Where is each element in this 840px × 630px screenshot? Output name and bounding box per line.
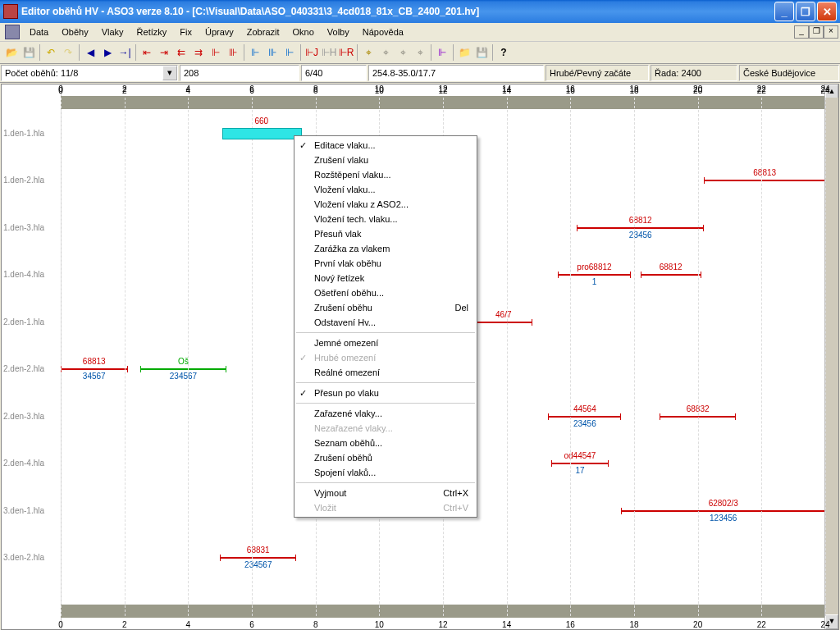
tool-icon[interactable]: ⇤ (139, 44, 155, 61)
train-bar[interactable] (475, 322, 532, 323)
context-menu-item[interactable]: Zrušení vlaku (294, 153, 477, 167)
menu-item[interactable]: Okno (286, 25, 321, 39)
tick-label: 22 (757, 620, 766, 629)
row-label: 3.den-1.hla (3, 506, 44, 515)
menu-item[interactable]: Nápověda (356, 25, 410, 39)
context-menu-item[interactable]: Přesuň vlak (294, 226, 477, 241)
context-menu-item[interactable]: Zrušení oběhuDel (294, 300, 477, 315)
window-buttons: _ ❐ ✕ (774, 2, 837, 21)
tool-icon[interactable]: ⊩ (208, 44, 224, 61)
context-menu: ✓Editace vlaku...Zrušení vlakuRozštěpení… (294, 135, 477, 518)
menu-item[interactable]: Oběhy (55, 25, 94, 39)
mdi-min-button[interactable]: _ (794, 25, 809, 39)
mdi-close-button[interactable]: × (824, 25, 838, 39)
menu-item-label: Zrušení oběhu (314, 303, 372, 313)
train-bar[interactable] (551, 463, 609, 464)
tick-label: 22 (757, 84, 766, 94)
context-menu-item[interactable]: Ošetření oběhu... (294, 285, 477, 300)
train-bar[interactable] (558, 274, 631, 276)
tool-icon[interactable]: ⊩ (247, 44, 263, 61)
train-bar[interactable] (621, 510, 825, 512)
row-labels: 1.den-1.hla1.den-2.hla1.den-3.hla1.den-4… (2, 84, 62, 629)
folder-icon[interactable]: 📁 (456, 44, 472, 61)
menu-item[interactable]: Úpravy (199, 25, 240, 39)
tool-icon[interactable]: ⇇ (173, 44, 189, 61)
context-menu-item[interactable]: Nový řetízek (294, 271, 477, 285)
context-menu-item[interactable]: Zařazené vlaky... (294, 406, 477, 421)
tick-label: 24 (820, 84, 829, 94)
gridline (634, 98, 635, 616)
selected-bar[interactable] (222, 128, 302, 139)
tool-icon[interactable]: ⊩R (338, 44, 354, 61)
menu-item[interactable]: Fix (173, 25, 199, 39)
link-icon[interactable]: ⌖ (360, 44, 377, 61)
context-menu-item[interactable]: Odstavení Hv... (294, 315, 477, 330)
tool-icon[interactable]: ⊪ (264, 44, 281, 61)
redo-icon[interactable]: ↷ (60, 44, 76, 61)
train-bar[interactable] (140, 368, 226, 370)
tool-icon[interactable]: ⇉ (190, 44, 207, 61)
gridline (825, 98, 826, 616)
context-menu-item[interactable]: ✓Editace vlaku... (294, 138, 477, 153)
context-menu-item[interactable]: Rozštěpení vlaku... (294, 167, 477, 182)
menu-item-label: Jemné omezení (314, 338, 378, 348)
scroll-thumb[interactable] (825, 98, 838, 616)
tick-label: 18 (629, 84, 638, 94)
tool-icon[interactable]: ⊩J (304, 44, 320, 61)
menu-item-label: Zrušení oběhů (314, 453, 372, 463)
mdi-restore-button[interactable]: ❐ (809, 25, 824, 39)
nav-end-icon[interactable]: →| (116, 44, 133, 61)
tool-icon[interactable]: ⊪ (225, 44, 241, 61)
context-menu-item[interactable]: Vložení vlaku... (294, 182, 477, 197)
train-bar[interactable] (577, 227, 704, 229)
tool-icon[interactable]: ⊩H (321, 44, 337, 61)
undo-icon[interactable]: ↶ (43, 44, 59, 61)
menu-bar: Data Oběhy Vlaky Řetízky Fix Úpravy Zobr… (0, 23, 840, 42)
context-menu-item[interactable]: Reálné omezení (294, 365, 477, 380)
dropdown-icon[interactable]: ▾ (162, 66, 177, 80)
train-bar[interactable] (220, 557, 296, 559)
train-bar[interactable] (704, 180, 825, 181)
context-menu-item[interactable]: Vložení tech. vlaku... (294, 212, 477, 226)
context-menu-item[interactable]: Seznam oběhů... (294, 436, 477, 450)
tool-icon[interactable]: ⊩ (434, 44, 450, 61)
gridline (188, 98, 189, 616)
row-label: 2.den-4.hla (3, 459, 44, 468)
count-combo[interactable]: Počet oběhů: 11/8 ▾ (1, 65, 178, 81)
save-icon[interactable]: 💾 (21, 44, 37, 61)
menu-item[interactable]: Vlaky (95, 25, 130, 39)
tick-label: 10 (375, 84, 384, 94)
vertical-scrollbar[interactable]: ▲ ▼ (824, 84, 838, 629)
train-bar[interactable] (61, 368, 128, 370)
context-menu-item[interactable]: Jemné omezení (294, 336, 477, 350)
close-button[interactable]: ✕ (817, 2, 837, 21)
link-icon[interactable]: ⌖ (395, 44, 411, 61)
train-bar[interactable] (548, 416, 621, 418)
menu-item[interactable]: Volby (321, 25, 356, 39)
open-icon[interactable]: 📂 (3, 44, 20, 61)
context-menu-item[interactable]: Spojení vlaků... (294, 465, 477, 480)
menu-item-label: Vložení vlaku... (314, 185, 376, 194)
minimize-button[interactable]: _ (774, 2, 794, 21)
tool-icon[interactable]: ⊩ (281, 44, 298, 61)
menu-item-label: Odstavení Hv... (314, 317, 376, 327)
train-bar[interactable] (641, 274, 701, 276)
help-icon[interactable]: ? (495, 44, 512, 61)
menu-item[interactable]: Data (23, 25, 55, 39)
menu-item[interactable]: Zobrazit (240, 25, 286, 39)
link-icon[interactable]: ⌖ (412, 44, 428, 61)
context-menu-item[interactable]: Zarážka za vlakem (294, 241, 477, 256)
nav-next-icon[interactable]: ▶ (99, 44, 116, 61)
context-menu-item[interactable]: První vlak oběhu (294, 256, 477, 271)
bar-label: 68813 (83, 357, 106, 366)
tool-icon[interactable]: ⇥ (156, 44, 172, 61)
context-menu-item[interactable]: VyjmoutCtrl+X (294, 486, 477, 500)
link-icon[interactable]: ⌖ (377, 44, 394, 61)
nav-first-icon[interactable]: ◀ (82, 44, 98, 61)
context-menu-item[interactable]: Vložení vlaku z ASO2... (294, 197, 477, 212)
save2-icon[interactable]: 💾 (473, 44, 490, 61)
maximize-button[interactable]: ❐ (796, 2, 815, 21)
context-menu-item[interactable]: Zrušení oběhů (294, 450, 477, 465)
menu-item[interactable]: Řetízky (130, 25, 174, 39)
context-menu-item[interactable]: ✓Přesun po vlaku (294, 386, 477, 400)
